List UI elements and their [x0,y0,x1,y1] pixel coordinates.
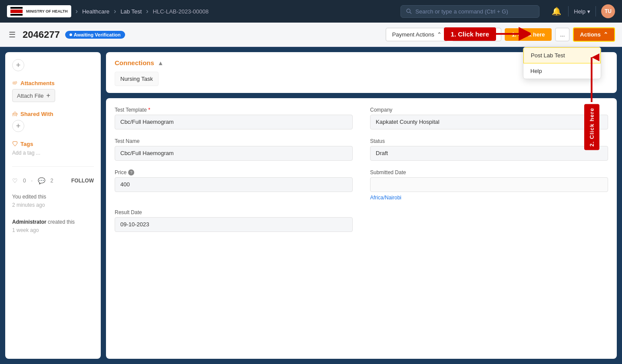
lab-actions-button[interactable]: Lab Actions ⌃ [452,28,501,41]
actions-chevron-icon: ⌃ [603,31,608,38]
svg-point-12 [14,112,16,114]
document-id: 2046277 [23,29,60,40]
lab-chevron-icon: ⌃ [490,31,495,38]
logo: MINISTRY OF HEALTH [7,5,71,17]
breadcrumb-sep-1: › [76,7,78,15]
timezone-value[interactable]: Africa/Nairobi [370,195,608,201]
sub-header-wrapper: ☰ 2046277 Awaiting Verification Payment … [0,23,622,47]
avatar[interactable]: TU [601,4,615,18]
dropdown-item-help[interactable]: Help [523,63,601,79]
svg-rect-4 [10,9,23,10]
connections-title: Connections [115,59,154,66]
top-navigation: MINISTRY OF HEALTH › Healthcare › Lab Te… [0,0,622,23]
svg-point-13 [13,113,14,115]
breadcrumb-healthcare[interactable]: Healthcare [82,8,109,15]
attach-plus-icon: + [46,92,50,99]
svg-rect-3 [10,14,23,16]
shared-with-add-button[interactable]: + [12,120,24,132]
nav-divider-2 [596,6,596,17]
status-dot [69,33,72,36]
company-label: Company [370,107,608,113]
follow-button[interactable]: FOLLOW [71,178,94,184]
attachments-title: Attachments [12,80,94,86]
submitted-date-field: Submitted Date Africa/Nairobi [370,169,608,201]
status-label: Status [370,138,608,144]
sidebar-add-section: + [12,59,94,71]
notifications-button[interactable]: 🔔 [550,5,563,18]
sidebar-add-button[interactable]: + [12,59,24,71]
nav-actions: 🔔 Help ▾ TU [550,4,615,18]
flag-icon [10,7,23,16]
price-info-icon[interactable]: ? [128,169,134,175]
activity-row: ♡ 0 · 💬 2 FOLLOW [12,177,94,184]
payment-chevron-icon: ⌃ [437,31,442,38]
shared-with-section: Shared With + [12,111,94,132]
actions-dropdown-menu: Post Lab Test Help [523,47,601,79]
price-label: Price ? [115,169,353,175]
test-template-field: Test Template * Cbc/Full Haemogram [115,107,353,129]
price-value[interactable]: 400 [115,177,353,192]
price-field: Price ? 400 [115,169,353,201]
svg-rect-2 [10,7,23,9]
more-options-button[interactable]: ... [555,28,569,41]
actions-button[interactable]: Actions ⌃ [573,27,615,42]
content-area: Connections ▲ Nursing Task Test Template… [106,52,617,359]
breadcrumb-current[interactable]: HLC-LAB-2023-00008 [153,8,209,15]
status-field: Status Draft [370,138,608,161]
test-name-value[interactable]: Cbc/Full Haemogram [115,146,353,161]
test-template-value[interactable]: Cbc/Full Haemogram [115,115,353,129]
tags-title: Tags [12,141,94,147]
tags-section: Tags Add a tag ... [12,141,94,156]
attachment-icon [12,80,18,86]
svg-rect-1 [10,10,23,13]
hamburger-menu[interactable]: ☰ [7,28,17,41]
help-button[interactable]: Help ▾ [574,8,590,15]
search-input[interactable] [415,8,534,15]
logo-text: MINISTRY OF HEALTH [26,9,68,14]
submitted-date-label: Submitted Date [370,169,608,175]
add-tag-button[interactable]: Add a tag ... [12,150,94,156]
dot-separator: · [31,178,33,184]
submitted-date-value[interactable] [370,177,608,192]
shared-with-title: Shared With [12,111,94,117]
attach-file-row: Attach File + [12,89,94,102]
main-layout: + Attachments Attach File + [0,47,622,364]
svg-point-6 [407,9,410,13]
status-value[interactable]: Draft [370,146,608,161]
header-actions: Payment Actions ⌃ Lab Actions ⌃ 1. Click… [386,27,615,42]
breadcrumb-sep-3: › [146,7,148,15]
connections-toggle[interactable]: ▲ [158,60,164,66]
breadcrumb-labtest[interactable]: Lab Test [120,8,142,15]
help-chevron-icon: ▾ [587,8,590,15]
dropdown-item-post-lab-test[interactable]: Post Lab Test [523,47,601,63]
shared-with-icon [12,111,18,117]
company-field: Company Kapkatet County Hospital [370,107,608,129]
click-here-button[interactable]: 1. Click here [505,28,552,41]
sidebar: + Attachments Attach File + [5,52,101,359]
tag-icon [12,141,18,147]
nav-divider [568,6,569,17]
result-date-label: Result Date [115,209,353,215]
connection-item-nursing-task[interactable]: Nursing Task [115,72,159,86]
comment-icon[interactable]: 💬 [38,177,45,184]
result-date-field: Result Date 09-10-2023 [115,209,353,232]
form-card: Test Template * Cbc/Full Haemogram Compa… [106,98,617,359]
search-bar[interactable] [400,5,539,18]
svg-point-14 [16,113,17,115]
status-badge: Awaiting Verification [65,31,125,39]
attachments-section: Attachments Attach File + [12,80,94,102]
company-value[interactable]: Kapkatet County Hospital [370,115,608,129]
breadcrumb-sep-2: › [114,7,116,15]
attach-file-button[interactable]: Attach File + [12,89,55,102]
activity-history: You edited this 2 minutes ago Administra… [12,193,94,235]
test-name-field: Test Name Cbc/Full Haemogram [115,138,353,161]
heart-icon[interactable]: ♡ [12,177,18,184]
svg-rect-5 [10,13,23,14]
payment-actions-button[interactable]: Payment Actions ⌃ [386,28,448,41]
sub-header: ☰ 2046277 Awaiting Verification Payment … [0,23,622,47]
sidebar-divider [12,166,94,167]
test-name-label: Test Name [115,138,353,144]
result-date-value[interactable]: 09-10-2023 [115,217,353,232]
required-indicator: * [148,107,150,113]
search-icon [406,8,412,14]
